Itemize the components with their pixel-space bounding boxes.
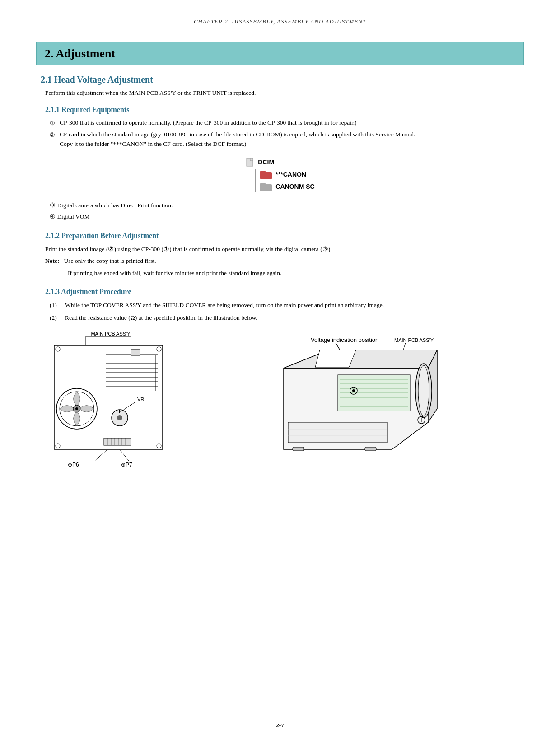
dcim-root-icon xyxy=(245,157,255,167)
step-2-text: Read the resistance value (Ω) at the spe… xyxy=(65,313,257,323)
item-3-text: Digital camera which has Direct Print fu… xyxy=(57,202,173,209)
svg-rect-2 xyxy=(260,171,266,173)
svg-line-34 xyxy=(95,449,107,461)
equipment-item-1: ① CP-300 that is confirmed to operate no… xyxy=(50,118,524,128)
dcim-children: ***CANON CANONM SC xyxy=(255,169,314,192)
svg-text:⊕P7: ⊕P7 xyxy=(121,462,132,468)
dcim-diagram: DCIM ***CANON xyxy=(36,157,524,193)
dcim-child-1-label: ***CANON xyxy=(275,169,306,180)
svg-point-12 xyxy=(75,407,78,410)
svg-point-41 xyxy=(157,444,161,448)
note-label: Note: xyxy=(45,257,59,264)
svg-point-40 xyxy=(56,444,60,448)
dcim-root-label: DCIM xyxy=(258,157,274,168)
section-212-note: Note: Use only the copy that is printed … xyxy=(45,256,524,266)
svg-point-39 xyxy=(157,347,161,351)
page-number: 2-7 xyxy=(276,722,284,728)
svg-rect-0 xyxy=(247,158,253,166)
page-footer: 2-7 xyxy=(36,722,524,729)
svg-point-23 xyxy=(117,415,122,420)
item-4-text: Digital VOM xyxy=(57,213,89,220)
svg-point-56 xyxy=(352,389,355,392)
canon-folder-icon xyxy=(260,170,273,180)
step-2-num: (2) xyxy=(50,313,61,323)
dcim-child-2: CANONM SC xyxy=(260,181,314,192)
dcim-tree: DCIM ***CANON xyxy=(245,157,314,193)
section-212-title: 2.1.2 Preparation Before Adjustment xyxy=(45,232,524,240)
illus-right-svg: Voltage indication position MAIN PCB ASS… xyxy=(266,332,437,476)
section-211-title: 2.1.1 Required Equipments xyxy=(45,106,524,114)
section-212-para: Print the standard image (②) using the C… xyxy=(45,244,524,254)
svg-text:MAIN PCB ASS'Y: MAIN PCB ASS'Y xyxy=(91,331,131,336)
item-1-text: CP-300 that is confirmed to operate norm… xyxy=(60,118,524,127)
dcim-child-1: ***CANON xyxy=(260,169,314,180)
svg-rect-4 xyxy=(260,183,266,186)
svg-line-25 xyxy=(120,402,135,412)
item-2-text: CF card in which the standard image (gry… xyxy=(60,130,524,149)
step-1: (1) While the TOP COVER ASS'Y and the SH… xyxy=(50,300,524,310)
equipment-item-2: ② CF card in which the standard image (g… xyxy=(50,130,524,149)
illus-right: Voltage indication position MAIN PCB ASS… xyxy=(266,332,519,478)
svg-text:Voltage indication position: Voltage indication position xyxy=(311,336,378,343)
step-2: (2) Read the resistance value (Ω) at the… xyxy=(50,313,524,323)
svg-point-58 xyxy=(418,365,429,416)
section-213-title: 2.1.3 Adjustment Procedure xyxy=(45,288,524,296)
section-213: 2.1.3 Adjustment Procedure (1) While the… xyxy=(36,288,524,478)
item-2-num: ② xyxy=(50,130,60,140)
svg-rect-5 xyxy=(54,345,163,449)
item-4: ④ Digital VOM xyxy=(50,212,524,222)
section-2-block: 2. Adjustment xyxy=(36,42,524,65)
illus-left-svg: MAIN PCB ASS'Y xyxy=(41,332,185,472)
svg-line-36 xyxy=(120,449,129,461)
step-list: (1) While the TOP COVER ASS'Y and the SH… xyxy=(50,300,524,322)
svg-text:⊖P6: ⊖P6 xyxy=(68,462,79,468)
section-212-content: Print the standard image (②) using the C… xyxy=(45,244,524,278)
dcim-child-2-label: CANONM SC xyxy=(275,181,314,192)
svg-point-38 xyxy=(56,347,60,351)
item-3-num: ③ xyxy=(50,202,57,209)
svg-rect-66 xyxy=(365,447,376,451)
step-1-text: While the TOP COVER ASS'Y and the SHIELD… xyxy=(65,300,384,310)
header-title: CHAPTER 2. DISASSEMBLY, ASSEMBLY AND ADJ… xyxy=(194,18,366,25)
dcim-root: DCIM xyxy=(245,157,314,168)
svg-rect-27 xyxy=(104,438,131,445)
svg-text:VR: VR xyxy=(137,397,144,402)
equipment-list: ① CP-300 that is confirmed to operate no… xyxy=(50,118,524,149)
section-212: 2.1.2 Preparation Before Adjustment Prin… xyxy=(36,232,524,278)
svg-rect-62 xyxy=(288,422,387,443)
section-21: 2.1 Head Voltage Adjustment Perform this… xyxy=(36,75,524,478)
illustrations: MAIN PCB ASS'Y xyxy=(41,332,519,478)
page-header: CHAPTER 2. DISASSEMBLY, ASSEMBLY AND ADJ… xyxy=(36,18,524,29)
svg-rect-42 xyxy=(131,349,140,355)
step-1-num: (1) xyxy=(50,300,61,310)
section-2-title: 2. Adjustment xyxy=(45,47,115,60)
canonmsc-folder-icon xyxy=(260,182,273,192)
section-21-desc: Perform this adjustment when the MAIN PC… xyxy=(45,89,524,98)
item-1-num: ① xyxy=(50,118,60,128)
item-4-num: ④ xyxy=(50,213,57,220)
section-21-title: 2.1 Head Voltage Adjustment xyxy=(41,75,524,85)
section-212-note-sub: If printing has ended with fail, wait fo… xyxy=(68,268,524,278)
item-3: ③ Digital camera which has Direct Print … xyxy=(50,201,524,210)
svg-text:MAIN PCB ASS'Y: MAIN PCB ASS'Y xyxy=(394,337,434,343)
section-211: 2.1.1 Required Equipments ① CP-300 that … xyxy=(36,106,524,221)
svg-rect-65 xyxy=(293,447,304,451)
illus-left: MAIN PCB ASS'Y xyxy=(41,332,252,478)
